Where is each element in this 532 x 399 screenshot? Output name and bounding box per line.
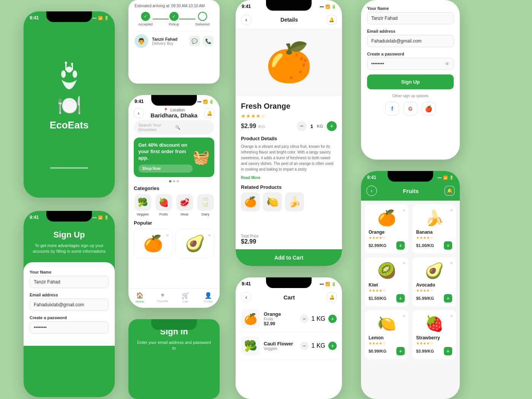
qty-increase[interactable]: + (328, 315, 337, 323)
signup-btn[interactable]: Sign Up (367, 74, 454, 89)
qty-increase-btn[interactable]: + (327, 121, 337, 131)
status-time: 9:41 (367, 175, 376, 180)
meat-icon: 🥩 (176, 194, 193, 211)
heart-icon[interactable]: ♥ (402, 207, 405, 213)
promo-basket-icon: 🧺 (193, 146, 210, 169)
search-bar[interactable]: Search Your Groceries 🔍 (134, 120, 214, 135)
eye-icon[interactable]: 👁 (445, 61, 450, 67)
fruit-banana[interactable]: ♥ 🍌 Banana ★★★★☆ $1.00/KG + (412, 204, 456, 253)
nav-favorite[interactable]: ♥ Favorite (151, 292, 174, 303)
signup-subtitle: To get more advantages sign up your acco… (31, 243, 107, 255)
email-label: Email address (30, 293, 109, 297)
back-btn[interactable]: ‹ (241, 14, 252, 25)
fruit-price-row: $2.99/KG + (369, 241, 405, 250)
add-fruit-btn[interactable]: + (444, 294, 452, 302)
password-input[interactable]: •••••••• (30, 321, 109, 334)
add-fruit-btn[interactable]: + (444, 347, 452, 355)
notification-btn[interactable]: 🔔 (445, 186, 454, 196)
google-btn[interactable]: G (404, 102, 417, 116)
favorite-nav-icon: ♥ (161, 292, 165, 299)
product-unit: /KG (258, 124, 265, 129)
driver-row: 👨 Tanzir Fahad Delivery Boy 💬 📞 (135, 31, 214, 51)
fruit-avocado[interactable]: ♥ 🥑 Avocado ★★★★☆ $5.99/KG + (412, 257, 456, 306)
fruits-header: ‹ Fruits 🔔 (361, 182, 460, 201)
cart-header: ‹ Cart 🔔 (236, 289, 342, 306)
popular-orange-card[interactable]: ♥ 🍊 (134, 229, 173, 258)
qty-decrease[interactable]: − (300, 315, 309, 323)
qty-decrease-btn[interactable]: − (297, 121, 307, 131)
heart-icon[interactable]: ♥ (450, 207, 453, 213)
heart-icon[interactable]: ♥ (166, 232, 169, 238)
related-product-2[interactable]: 🍋 (263, 192, 282, 211)
name-input-2[interactable]: Tanzir Fahad (367, 12, 454, 24)
driver-avatar: 👨 (135, 34, 148, 48)
category-dairy[interactable]: 🥛 Dairy (196, 194, 214, 216)
product-image-area: 🍊 (236, 28, 342, 97)
read-more-btn[interactable]: Read More (241, 176, 260, 180)
nav-home[interactable]: 🏠 Home (128, 292, 151, 303)
step-delivered: Delivered (195, 12, 210, 26)
email-input-2[interactable]: Fahaduixlab@gmail.com (367, 35, 454, 47)
qty-increase[interactable]: + (328, 342, 337, 350)
svg-point-1 (61, 70, 66, 78)
facebook-btn[interactable]: f (385, 102, 399, 116)
qty-value: 1 KG (312, 315, 325, 322)
nav-profile[interactable]: 👤 Profile (197, 292, 220, 303)
fruit-stars: ★★★★☆ (369, 341, 405, 345)
step-label-accepted: Accepted (138, 22, 153, 26)
avocado-emoji: 🥑 (179, 232, 211, 255)
category-veggies[interactable]: 🥦 Veggies (134, 194, 152, 216)
heart-icon[interactable]: ♥ (402, 313, 405, 319)
orange-emoji: 🍊 (137, 232, 169, 255)
call-btn[interactable]: 📞 (203, 36, 214, 46)
heart-icon[interactable]: ♥ (402, 260, 405, 266)
category-meat[interactable]: 🥩 Meat (176, 194, 193, 216)
fruit-kiwi[interactable]: ♥ 🥝 Kiwi ★★★★☆ $1.50/KG + (365, 257, 408, 306)
fruit-strawberry[interactable]: ♥ 🍓 Strawberry ★★★★☆ $3.99/KG + (412, 310, 456, 359)
add-fruit-btn[interactable]: + (396, 241, 405, 250)
message-btn[interactable]: 💬 (189, 36, 200, 46)
name-input[interactable]: Tanzir Fahad (30, 276, 109, 288)
categories-title: Categories (134, 185, 214, 191)
step-label-pickup: Pickup (169, 22, 179, 26)
add-to-cart-btn[interactable]: Add to Cart (236, 249, 342, 266)
fruit-name: Kiwi (369, 282, 405, 288)
wifi-icon: 📶 (443, 176, 448, 180)
heart-icon[interactable]: ♥ (450, 260, 453, 266)
status-icons: ▪▪▪ 📶 🔋 (320, 282, 336, 286)
heart-icon-2[interactable]: ♥ (208, 232, 211, 238)
fruit-orange[interactable]: ♥ 🍊 Orange ★★★★☆ $2.99/KG + (365, 204, 408, 253)
apple-btn[interactable]: 🍎 (422, 102, 435, 116)
dot-3 (177, 180, 179, 182)
qty-control: − 1 KG + (297, 121, 337, 131)
back-btn[interactable]: ‹ (366, 185, 377, 196)
add-fruit-btn[interactable]: + (396, 347, 405, 355)
password-input-2[interactable]: •••••••• (367, 58, 454, 70)
related-product-3[interactable]: 🍌 (285, 192, 304, 211)
product-price: $2.99 (241, 123, 256, 129)
email-group: Email address Fahaduixlab@gmail.com (30, 293, 109, 311)
category-fruits[interactable]: 🍓 Fruits (155, 194, 173, 216)
add-fruit-btn[interactable]: + (396, 294, 405, 302)
name-group-2: Your Name Tanzir Fahad (367, 6, 454, 24)
add-fruit-btn[interactable]: + (444, 241, 452, 250)
related-product-1[interactable]: 🍊 (241, 192, 260, 211)
qty-decrease[interactable]: − (300, 342, 309, 350)
fruit-price: $5.99/KG (416, 296, 434, 301)
phone-delivery-tracking: Estimated arriving at: 09:30 AM-10:10 AM… (128, 0, 220, 84)
email-label-2: Email address (367, 29, 454, 33)
fruit-stars: ★★★★☆ (369, 236, 405, 240)
back-btn[interactable]: ‹ (134, 108, 144, 118)
email-input[interactable]: Fahaduixlab@gmail.com (30, 299, 109, 311)
shop-now-btn[interactable]: Shop Now (138, 165, 193, 173)
notification-btn[interactable]: 🔔 (327, 292, 337, 302)
heart-icon[interactable]: ♥ (450, 313, 453, 319)
notification-btn[interactable]: 🔔 (327, 15, 337, 25)
nav-cart[interactable]: 🛒 Cart (174, 292, 197, 303)
fruit-lemon[interactable]: ♥ 🍋 Lemon ★★★★☆ $0.99/KG + (365, 310, 408, 359)
notification-btn[interactable]: 🔔 (204, 108, 214, 118)
qty-unit: KG (317, 124, 323, 128)
back-btn[interactable]: ‹ (241, 292, 252, 302)
signin-subtitle: Enter your email address and password to (136, 340, 212, 352)
popular-avocado-card[interactable]: ♥ 🥑 (176, 229, 214, 258)
